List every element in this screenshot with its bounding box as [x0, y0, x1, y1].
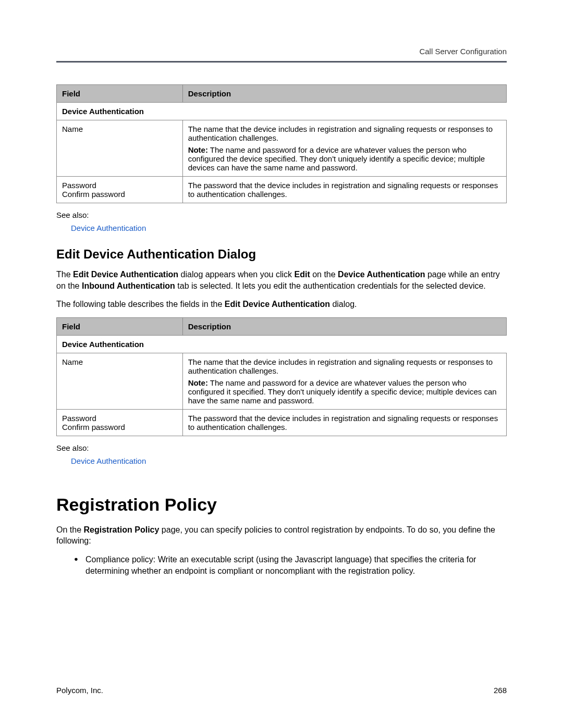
- cell-field: Password Confirm password: [57, 177, 183, 203]
- field-line: Confirm password: [62, 423, 177, 431]
- th-field: Field: [57, 317, 183, 335]
- see-also-link-device-auth[interactable]: Device Authentication: [71, 224, 146, 232]
- note-label: Note:: [188, 145, 208, 154]
- desc-paragraph: The name that the device includes in reg…: [188, 125, 501, 142]
- list-item: Compliance policy: Write an executable s…: [74, 554, 507, 576]
- bullet-list: Compliance policy: Write an executable s…: [56, 554, 507, 576]
- table-row: Password Confirm password The password t…: [57, 177, 507, 203]
- note-text: The name and password for a device are w…: [188, 378, 497, 405]
- th-description: Description: [182, 317, 506, 335]
- field-line: Confirm password: [62, 190, 177, 199]
- cell-description: The password that the device includes in…: [182, 409, 506, 436]
- section-label: Device Authentication: [57, 103, 507, 120]
- page-footer: Polycom, Inc. 268: [56, 686, 507, 695]
- section-label: Device Authentication: [57, 335, 507, 353]
- heading-edit-device-auth-dialog: Edit Device Authentication Dialog: [56, 247, 507, 262]
- heading-registration-policy: Registration Policy: [56, 495, 507, 515]
- desc-note: Note: The name and password for a device…: [188, 378, 501, 405]
- cell-field: Name: [57, 353, 183, 409]
- note-label: Note:: [188, 378, 208, 387]
- th-field: Field: [57, 85, 183, 103]
- note-text: The name and password for a device are w…: [188, 145, 485, 172]
- table-row: Name The name that the device includes i…: [57, 120, 507, 177]
- table-row: Name The name that the device includes i…: [57, 353, 507, 409]
- paragraph: On the Registration Policy page, you can…: [56, 524, 507, 547]
- th-description: Description: [182, 85, 506, 103]
- field-line: Password: [62, 181, 177, 190]
- see-also-label: See also:: [56, 443, 507, 452]
- table-device-auth-2: Field Description Device Authentication …: [56, 317, 507, 436]
- paragraph: The following table describes the fields…: [56, 299, 507, 310]
- table-section-row: Device Authentication: [57, 103, 507, 120]
- field-line: Password: [62, 414, 177, 423]
- footer-page-number: 268: [494, 686, 507, 695]
- paragraph: The Edit Device Authentication dialog ap…: [56, 269, 507, 291]
- table-device-auth-1: Field Description Device Authentication …: [56, 84, 507, 203]
- desc-note: Note: The name and password for a device…: [188, 145, 501, 172]
- cell-description: The name that the device includes in reg…: [182, 120, 506, 177]
- cell-field: Name: [57, 120, 183, 177]
- footer-company: Polycom, Inc.: [56, 686, 103, 695]
- table-row: Password Confirm password The password t…: [57, 409, 507, 436]
- see-also-label: See also:: [56, 211, 507, 219]
- cell-description: The name that the device includes in reg…: [182, 353, 506, 409]
- running-header: Call Server Configuration: [56, 47, 507, 56]
- header-rule: [56, 61, 507, 63]
- table-section-row: Device Authentication: [57, 335, 507, 353]
- cell-field: Password Confirm password: [57, 409, 183, 436]
- cell-description: The password that the device includes in…: [182, 177, 506, 203]
- desc-paragraph: The name that the device includes in reg…: [188, 357, 501, 375]
- see-also-link-device-auth[interactable]: Device Authentication: [71, 456, 146, 465]
